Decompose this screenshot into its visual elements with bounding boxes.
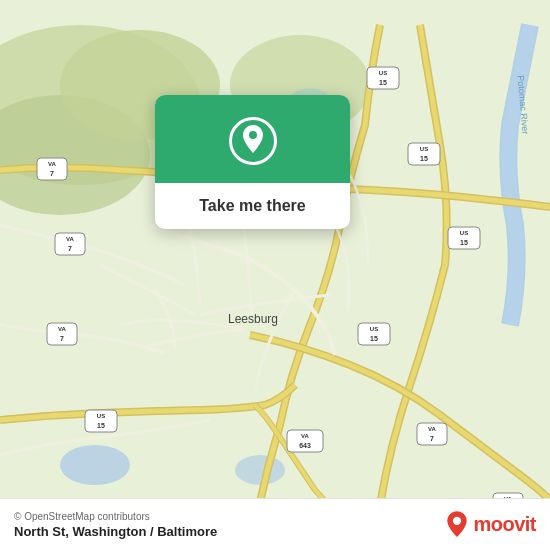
svg-text:643: 643 (299, 442, 311, 449)
location-pin-icon (229, 117, 277, 165)
svg-text:15: 15 (370, 335, 378, 342)
moovit-logo: moovit (445, 511, 536, 539)
svg-text:7: 7 (50, 170, 54, 177)
svg-text:15: 15 (379, 79, 387, 86)
svg-point-5 (60, 445, 130, 485)
svg-text:US: US (97, 413, 105, 419)
svg-text:Leesburg: Leesburg (228, 312, 278, 326)
bottom-bar: © OpenStreetMap contributors North St, W… (0, 498, 550, 550)
svg-point-6 (235, 455, 285, 485)
map-container: US 15 US 15 US 15 US 15 VA 7 VA 7 VA 7 V… (0, 0, 550, 550)
svg-text:US: US (460, 230, 468, 236)
svg-text:15: 15 (420, 155, 428, 162)
svg-point-44 (453, 516, 461, 524)
svg-point-43 (249, 131, 257, 139)
svg-text:7: 7 (60, 335, 64, 342)
popup-card: Take me there (155, 95, 350, 229)
popup-header (155, 95, 350, 183)
svg-text:7: 7 (68, 245, 72, 252)
svg-text:VA: VA (48, 161, 57, 167)
svg-text:VA: VA (428, 426, 437, 432)
moovit-pin-icon (445, 511, 469, 539)
take-me-there-button[interactable]: Take me there (199, 197, 305, 215)
svg-text:VA: VA (58, 326, 67, 332)
map-svg: US 15 US 15 US 15 US 15 VA 7 VA 7 VA 7 V… (0, 0, 550, 550)
location-label: North St, Washington / Baltimore (14, 524, 217, 539)
svg-text:15: 15 (460, 239, 468, 246)
svg-text:US: US (379, 70, 387, 76)
svg-text:VA: VA (301, 433, 310, 439)
svg-text:US: US (370, 326, 378, 332)
svg-text:15: 15 (97, 422, 105, 429)
popup-button-section: Take me there (155, 183, 350, 229)
moovit-brand-text: moovit (473, 513, 536, 536)
svg-text:VA: VA (66, 236, 75, 242)
copyright-text: © OpenStreetMap contributors (14, 511, 217, 522)
svg-text:US: US (420, 146, 428, 152)
svg-text:7: 7 (430, 435, 434, 442)
